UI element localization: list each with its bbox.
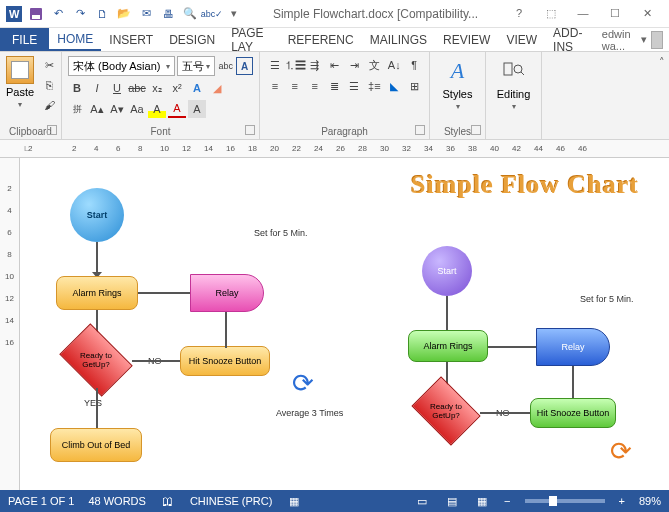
char-shading-icon[interactable]: A (188, 100, 206, 118)
dialog-launcher-icon[interactable] (415, 125, 425, 135)
underline-button[interactable]: U (108, 79, 126, 97)
highlight-icon[interactable]: A (148, 100, 166, 118)
help-icon[interactable]: ? (507, 7, 531, 20)
tab-file[interactable]: FILE (0, 28, 49, 51)
user-account[interactable]: edwin wa... ▾ (596, 28, 669, 51)
bullets-icon[interactable]: ☰ (266, 56, 284, 74)
connector (572, 366, 574, 398)
word-icon: W (4, 4, 24, 24)
save-icon[interactable] (26, 4, 46, 24)
italic-button[interactable]: I (88, 79, 106, 97)
sort-icon[interactable]: A↓ (385, 56, 403, 74)
page-indicator[interactable]: PAGE 1 OF 1 (8, 495, 74, 507)
cut-icon[interactable]: ✂ (40, 56, 58, 74)
macro-icon[interactable]: ▦ (286, 494, 302, 508)
font-color-icon[interactable]: A (168, 100, 186, 118)
flowchart-delay: Relay (536, 328, 610, 366)
print-layout-icon[interactable]: ▤ (444, 494, 460, 508)
editing-button[interactable]: Editing ▾ (492, 56, 535, 111)
web-layout-icon[interactable]: ▦ (474, 494, 490, 508)
collapse-ribbon-icon[interactable]: ˄ (659, 56, 665, 69)
justify-icon[interactable]: ≣ (326, 77, 344, 95)
spell-check-icon[interactable]: 🕮 (160, 494, 176, 508)
annotation: Set for 5 Min. (254, 228, 308, 238)
tab-view[interactable]: VIEW (498, 28, 545, 51)
editing-label: Editing (497, 88, 531, 100)
multilevel-icon[interactable]: ⇶ (306, 56, 324, 74)
paste-dropdown-icon: ▾ (18, 100, 22, 109)
show-marks-icon[interactable]: ¶ (405, 56, 423, 74)
open-icon[interactable]: 📂 (114, 4, 134, 24)
align-center-icon[interactable]: ≡ (286, 77, 304, 95)
subscript-button[interactable]: x₂ (148, 79, 166, 97)
print-icon[interactable]: 🖶 (158, 4, 178, 24)
email-icon[interactable]: ✉ (136, 4, 156, 24)
ribbon-display-icon[interactable]: ⬚ (539, 7, 563, 20)
increase-indent-icon[interactable]: ⇥ (346, 56, 364, 74)
zoom-out-button[interactable]: − (504, 495, 510, 507)
tab-insert[interactable]: INSERT (101, 28, 161, 51)
flowchart-process: Hit Snooze Button (530, 398, 616, 428)
phonetic-icon[interactable]: 拼 (68, 100, 86, 118)
align-right-icon[interactable]: ≡ (306, 77, 324, 95)
distribute-icon[interactable]: ☰ (346, 77, 364, 95)
tab-addins[interactable]: ADD-INS (545, 28, 596, 51)
dialog-launcher-icon[interactable] (245, 125, 255, 135)
decrease-indent-icon[interactable]: ⇤ (326, 56, 344, 74)
tab-mailings[interactable]: MAILINGS (362, 28, 435, 51)
redo-icon[interactable]: ↷ (70, 4, 90, 24)
svg-rect-4 (504, 63, 512, 75)
page[interactable]: Simple Flow Chart Start Alarm Rings Rela… (20, 158, 669, 490)
align-left-icon[interactable]: ≡ (266, 77, 284, 95)
borders-icon[interactable]: ⊞ (405, 77, 423, 95)
svg-text:W: W (9, 8, 20, 20)
qat-dropdown-icon[interactable]: ▾ (224, 4, 244, 24)
paste-button[interactable]: Paste ▾ (6, 56, 34, 114)
zoom-in-button[interactable]: + (619, 495, 625, 507)
zoom-value[interactable]: 89% (639, 495, 661, 507)
horizontal-ruler[interactable]: L 22468101214161820222426283032343638404… (0, 140, 669, 158)
tab-home[interactable]: HOME (49, 28, 101, 51)
tab-design[interactable]: DESIGN (161, 28, 223, 51)
zoom-slider[interactable] (525, 499, 605, 503)
numbering-icon[interactable]: ⒈☰ (286, 56, 304, 74)
shrink-font-icon[interactable]: A▾ (108, 100, 126, 118)
char-border-icon[interactable]: A (236, 57, 253, 75)
preview-icon[interactable]: 🔍 (180, 4, 200, 24)
text-effects-icon[interactable]: A (188, 79, 206, 97)
undo-icon[interactable]: ↶ (48, 4, 68, 24)
font-name-combo[interactable]: 宋体 (Body Asian)▾ (68, 56, 175, 76)
grow-font-icon[interactable]: A▴ (88, 100, 106, 118)
clear-format-icon[interactable]: abc (217, 57, 234, 75)
maximize-icon[interactable]: ☐ (603, 7, 627, 20)
tab-references[interactable]: REFERENC (280, 28, 362, 51)
copy-icon[interactable]: ⎘ (40, 76, 58, 94)
language-indicator[interactable]: CHINESE (PRC) (190, 495, 273, 507)
new-icon[interactable]: 🗋 (92, 4, 112, 24)
shading-icon[interactable]: ◣ (385, 77, 403, 95)
change-case-icon[interactable]: Aa (128, 100, 146, 118)
asian-layout-icon[interactable]: 文 (365, 56, 383, 74)
word-count[interactable]: 48 WORDS (88, 495, 145, 507)
quick-access-toolbar: W ↶ ↷ 🗋 📂 ✉ 🖶 🔍 abc✓ ▾ (4, 4, 244, 24)
eraser-icon[interactable]: ◢ (208, 79, 226, 97)
close-icon[interactable]: ✕ (635, 7, 659, 20)
dialog-launcher-icon[interactable] (471, 125, 481, 135)
flowchart-process: Alarm Rings (56, 276, 138, 310)
bold-button[interactable]: B (68, 79, 86, 97)
styles-button[interactable]: A Styles ▾ (436, 56, 479, 111)
read-mode-icon[interactable]: ▭ (414, 494, 430, 508)
format-painter-icon[interactable]: 🖌 (40, 96, 58, 114)
superscript-button[interactable]: x² (168, 79, 186, 97)
connector (96, 242, 98, 276)
tab-review[interactable]: REVIEW (435, 28, 498, 51)
minimize-icon[interactable]: — (571, 7, 595, 20)
strike-button[interactable]: abc (128, 79, 146, 97)
spelling-icon[interactable]: abc✓ (202, 4, 222, 24)
font-size-combo[interactable]: 五号▾ (177, 56, 215, 76)
line-spacing-icon[interactable]: ‡≡ (365, 77, 383, 95)
vertical-ruler[interactable]: 246810121416 (0, 158, 20, 490)
dialog-launcher-icon[interactable] (47, 125, 57, 135)
ribbon: Paste ▾ ✂ ⎘ 🖌 Clipboard 宋体 (Body Asian)▾… (0, 52, 669, 140)
tab-page-layout[interactable]: PAGE LAY (223, 28, 280, 51)
